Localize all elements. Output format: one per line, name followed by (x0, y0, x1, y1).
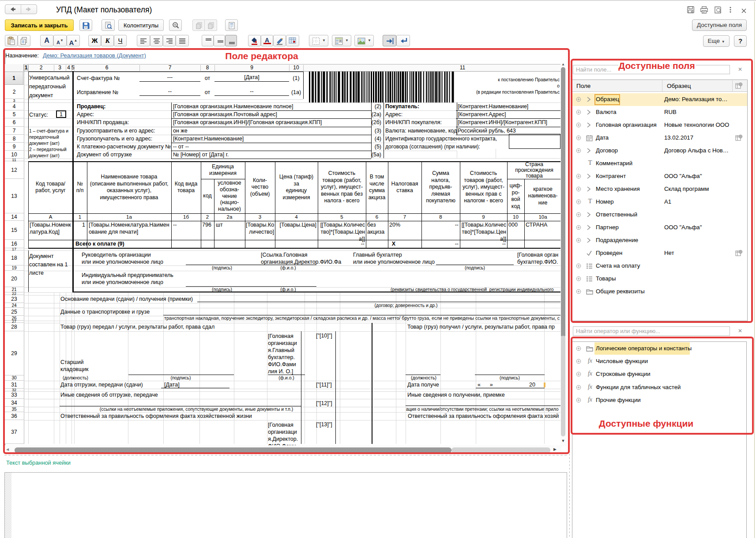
svg-text:R: R (340, 40, 342, 42)
